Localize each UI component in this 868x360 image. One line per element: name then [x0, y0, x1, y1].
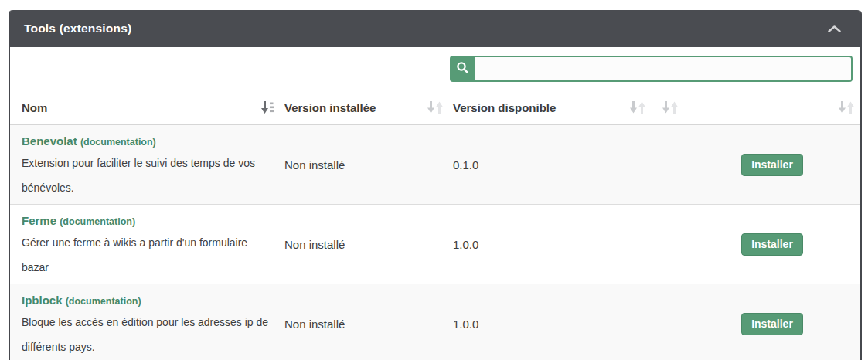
column-header-nom[interactable]: Nom: [10, 90, 278, 124]
extension-name: Ipblock: [22, 294, 63, 307]
extensions-panel: Tools (extensions): [9, 10, 862, 360]
installed-version: Non installé: [278, 284, 447, 360]
sort-amount-asc-icon: [261, 101, 274, 114]
sort-both-icon: [630, 101, 645, 114]
table-row: Benevolat (documentation) Extension pour…: [10, 124, 860, 205]
column-header-empty-1[interactable]: [649, 90, 684, 124]
column-header-version-installee[interactable]: Version installée: [278, 90, 447, 124]
panel-title: Tools (extensions): [24, 22, 131, 36]
documentation-link[interactable]: (documentation): [66, 296, 141, 307]
available-version: 1.0.0: [447, 205, 649, 284]
installed-version: Non installé: [278, 124, 447, 205]
extension-description: Extension pour faciliter le suivi des te…: [22, 151, 274, 200]
extension-name: Ferme: [22, 214, 56, 227]
table-row: Ferme (documentation) Gérer une ferme à …: [10, 205, 860, 284]
search-group: [450, 56, 853, 82]
install-button[interactable]: Installer: [741, 233, 803, 256]
extension-description: Gérer une ferme à wikis a partir d'un fo…: [22, 230, 274, 280]
column-header-actions[interactable]: [684, 90, 860, 124]
column-header-version-disponible[interactable]: Version disponible: [447, 90, 649, 124]
installed-version: Non installé: [278, 205, 447, 284]
chevron-up-icon[interactable]: [827, 25, 842, 33]
search-icon: [456, 61, 469, 76]
sort-both-icon: [662, 101, 678, 114]
documentation-link[interactable]: (documentation): [80, 137, 156, 148]
table-row: Ipblock (documentation) Bloque les accès…: [10, 284, 860, 360]
sort-both-icon: [427, 101, 443, 114]
install-button[interactable]: Installer: [741, 154, 803, 176]
available-version: 0.1.0: [447, 124, 649, 205]
search-section: [10, 47, 860, 90]
extensions-table: Nom Version installée: [10, 90, 860, 360]
documentation-link[interactable]: (documentation): [60, 216, 135, 227]
panel-header[interactable]: Tools (extensions): [10, 10, 860, 47]
available-version: 1.0.0: [447, 284, 649, 360]
extension-description: Bloque les accès en édition pour les adr…: [22, 310, 274, 359]
sort-both-icon: [839, 101, 854, 114]
extensions-search-input[interactable]: [475, 56, 853, 82]
install-button[interactable]: Installer: [741, 313, 803, 335]
table-header-row: Nom Version installée: [10, 90, 860, 124]
search-button[interactable]: [450, 56, 475, 82]
extension-name: Benevolat: [22, 134, 77, 148]
